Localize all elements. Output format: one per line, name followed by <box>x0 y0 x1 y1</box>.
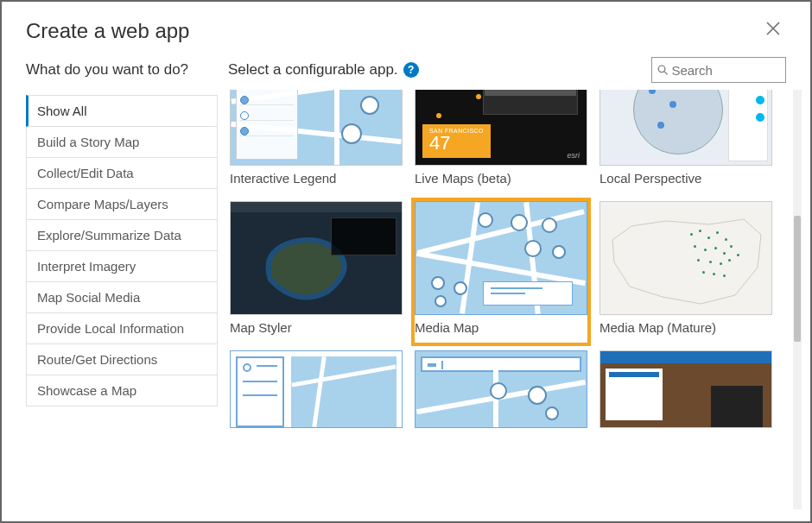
card-thumb: SAN FRANCISCO 47 esri <box>415 90 587 166</box>
dialog-subheader: What do you want to do? Select a configu… <box>2 48 810 88</box>
card-thumb <box>230 201 403 315</box>
card-label: Map Styler <box>230 315 403 335</box>
gallery-scrollbar[interactable] <box>793 90 802 509</box>
dialog: Create a web app What do you want to do?… <box>0 0 812 523</box>
gallery: Interactive Legend SAN FRANCISCO 47 <box>230 90 790 509</box>
svg-point-0 <box>658 66 665 72</box>
legend-panel-icon <box>236 90 298 160</box>
sidebar-heading: What do you want to do? <box>26 61 228 79</box>
card-media-map-mature[interactable]: Media Map (Mature) <box>599 201 772 335</box>
sidebar-item-collect-edit-data[interactable]: Collect/Edit Data <box>26 158 218 189</box>
card-next-1[interactable] <box>230 350 403 428</box>
card-label: Live Maps (beta) <box>415 166 587 186</box>
gallery-grid: Interactive Legend SAN FRANCISCO 47 <box>230 90 790 428</box>
help-button[interactable]: ? <box>403 62 419 78</box>
sidebar-item-provide-local-information[interactable]: Provide Local Information <box>26 313 218 344</box>
card-thumb <box>599 201 772 315</box>
gallery-wrap: Interactive Legend SAN FRANCISCO 47 <box>230 90 802 509</box>
card-live-maps-beta[interactable]: SAN FRANCISCO 47 esri Li <box>415 90 587 186</box>
card-media-map[interactable]: Media Map <box>415 201 587 335</box>
card-label: Media Map <box>415 315 587 335</box>
card-thumb <box>230 350 403 428</box>
card-next-2[interactable] <box>415 350 587 428</box>
card-thumb <box>230 90 403 166</box>
card-thumb <box>599 90 772 166</box>
card-interactive-legend[interactable]: Interactive Legend <box>230 90 403 186</box>
scrollbar-thumb[interactable] <box>794 216 801 342</box>
dialog-body: Show All Build a Story Map Collect/Edit … <box>2 88 810 521</box>
search-input[interactable] <box>671 63 780 78</box>
sidebar-item-explore-summarize-data[interactable]: Explore/Summarize Data <box>26 220 218 251</box>
sidebar-item-compare-maps-layers[interactable]: Compare Maps/Layers <box>26 189 218 220</box>
card-thumb <box>599 350 772 428</box>
gallery-prompt: Select a configurable app. <box>228 61 398 79</box>
sidebar-item-interpret-imagery[interactable]: Interpret Imagery <box>26 251 218 282</box>
svg-line-1 <box>664 72 667 74</box>
card-label: Media Map (Mature) <box>599 315 772 335</box>
card-thumb <box>415 201 587 315</box>
card-next-3[interactable] <box>599 350 772 428</box>
sidebar-list: Show All Build a Story Map Collect/Edit … <box>26 95 218 406</box>
sidebar-item-map-social-media[interactable]: Map Social Media <box>26 282 218 313</box>
card-thumb <box>415 350 587 428</box>
sidebar-item-build-story-map[interactable]: Build a Story Map <box>26 127 218 158</box>
dialog-header: Create a web app <box>2 2 810 48</box>
sidebar-item-route-get-directions[interactable]: Route/Get Directions <box>26 344 218 375</box>
close-icon <box>765 21 781 36</box>
sidebar-item-show-all[interactable]: Show All <box>26 95 218 127</box>
sidebar: Show All Build a Story Map Collect/Edit … <box>26 90 218 509</box>
card-map-styler[interactable]: Map Styler <box>230 201 403 335</box>
live-badge-value: 47 <box>429 134 484 153</box>
search-wrap <box>651 57 786 83</box>
card-local-perspective[interactable]: Local Perspective <box>599 90 772 186</box>
help-icon: ? <box>408 64 414 76</box>
sidebar-item-showcase-a-map[interactable]: Showcase a Map <box>26 375 218 406</box>
close-button[interactable] <box>760 19 786 38</box>
search-field[interactable] <box>651 57 786 83</box>
search-icon <box>657 64 668 76</box>
dialog-title: Create a web app <box>26 19 189 43</box>
card-label: Local Perspective <box>599 166 772 186</box>
card-label: Interactive Legend <box>230 166 403 186</box>
